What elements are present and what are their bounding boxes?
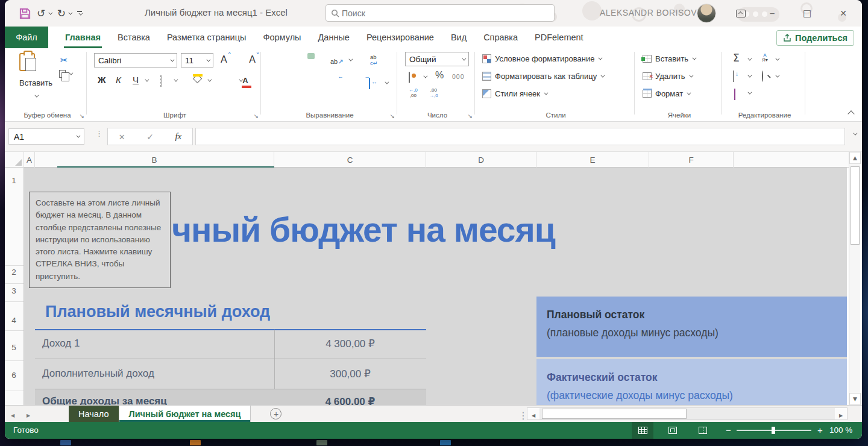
scroll-left-button[interactable] bbox=[527, 408, 539, 419]
tab-help[interactable]: Справка bbox=[475, 27, 526, 48]
orientation-button[interactable]: ab bbox=[330, 58, 343, 65]
vertical-scrollbar-thumb[interactable] bbox=[851, 166, 860, 245]
name-box[interactable]: A1 bbox=[8, 128, 84, 145]
dialog-launcher-icon[interactable] bbox=[468, 113, 473, 119]
select-all-button[interactable] bbox=[8, 152, 24, 168]
decrease-font-button[interactable]: A bbox=[249, 54, 256, 64]
merge-center-button[interactable] bbox=[369, 78, 370, 89]
cancel-entry-button[interactable] bbox=[119, 131, 125, 142]
column-header-a[interactable]: A bbox=[24, 152, 35, 168]
income-total-value[interactable]: 4 600,00 ₽ bbox=[274, 395, 426, 405]
formula-input[interactable] bbox=[195, 128, 845, 145]
chevron-down-icon[interactable] bbox=[747, 74, 752, 78]
scroll-right-button[interactable] bbox=[835, 408, 847, 419]
format-cells-button[interactable]: Формат bbox=[643, 89, 690, 98]
income-row-value[interactable]: 4 300,00 ₽ bbox=[274, 338, 426, 350]
align-middle-button[interactable] bbox=[288, 53, 295, 59]
normal-view-button[interactable] bbox=[632, 422, 653, 439]
chevron-down-icon[interactable] bbox=[207, 78, 212, 82]
font-color-button[interactable]: А bbox=[242, 76, 248, 87]
confirm-entry-button[interactable] bbox=[146, 131, 154, 142]
chevron-down-icon[interactable] bbox=[775, 57, 779, 61]
scroll-down-button[interactable] bbox=[849, 393, 861, 405]
sheet-tab-start[interactable]: Начало bbox=[69, 406, 119, 422]
bold-button[interactable]: Ж bbox=[98, 75, 106, 85]
clear-button[interactable] bbox=[734, 89, 735, 100]
align-center-button[interactable] bbox=[288, 76, 295, 82]
column-header-f[interactable]: F bbox=[649, 152, 734, 168]
taskbar-icon[interactable] bbox=[60, 440, 71, 445]
format-as-table-button[interactable]: Форматировать как таблицу bbox=[482, 72, 603, 81]
wrap-text-button[interactable] bbox=[370, 54, 378, 66]
column-header-b[interactable]: B bbox=[35, 152, 274, 168]
row-header-4[interactable]: 4 bbox=[5, 316, 23, 325]
sheet-tab-budget[interactable]: Личный бюджет на месяц bbox=[119, 406, 251, 422]
redo-button[interactable] bbox=[57, 7, 72, 19]
collapse-ribbon-button[interactable] bbox=[848, 110, 854, 117]
undo-button[interactable] bbox=[37, 7, 51, 19]
fill-button[interactable] bbox=[733, 71, 734, 82]
comma-style-button[interactable]: 000 bbox=[452, 73, 465, 80]
taskbar-icon[interactable] bbox=[440, 440, 451, 445]
cell-styles-button[interactable]: Стили ячеек bbox=[482, 89, 547, 98]
find-select-button[interactable] bbox=[762, 71, 763, 82]
tab-review[interactable]: Рецензирование bbox=[358, 27, 442, 48]
account-name[interactable]: ALEKSANDR BORISOV bbox=[600, 8, 697, 17]
new-sheet-button[interactable] bbox=[270, 408, 281, 419]
share-button[interactable]: Поделиться bbox=[776, 30, 854, 46]
drag-handle-icon[interactable] bbox=[95, 129, 103, 138]
tab-data[interactable]: Данные bbox=[310, 27, 358, 48]
horizontal-scrollbar-thumb[interactable] bbox=[542, 409, 687, 419]
align-bottom-button[interactable] bbox=[307, 53, 315, 59]
row-header-2[interactable]: 2 bbox=[5, 268, 23, 277]
page-layout-view-button[interactable] bbox=[662, 422, 684, 439]
chevron-down-icon[interactable] bbox=[174, 78, 178, 82]
zoom-in-button[interactable] bbox=[817, 425, 823, 435]
tab-page-layout[interactable]: Разметка страницы bbox=[159, 27, 255, 48]
row-header-1[interactable]: 1 bbox=[5, 176, 23, 185]
chevron-down-icon[interactable] bbox=[747, 57, 752, 61]
row-header-5[interactable]: 5 bbox=[5, 343, 23, 352]
expand-formula-bar-icon[interactable] bbox=[853, 131, 857, 136]
autosum-button[interactable]: Σ bbox=[733, 52, 740, 64]
tab-insert[interactable]: Вставка bbox=[109, 27, 159, 48]
decrease-decimal-button[interactable] bbox=[429, 88, 438, 99]
close-button[interactable] bbox=[834, 0, 852, 27]
tab-home[interactable]: Главная bbox=[57, 27, 109, 48]
align-right-button[interactable] bbox=[307, 76, 315, 82]
taskbar-icon[interactable] bbox=[316, 440, 327, 445]
horizontal-scrollbar[interactable] bbox=[527, 407, 848, 420]
chevron-down-icon[interactable] bbox=[775, 74, 779, 78]
chevron-down-icon[interactable] bbox=[145, 78, 149, 82]
minimize-button[interactable] bbox=[763, 0, 781, 27]
income-row-label[interactable]: Дополнительный доход bbox=[42, 368, 154, 380]
income-row-value[interactable]: 300,00 ₽ bbox=[274, 368, 426, 380]
delete-cells-button[interactable]: Удалить bbox=[643, 72, 692, 81]
italic-button[interactable]: К bbox=[116, 75, 121, 85]
maximize-button[interactable] bbox=[798, 0, 816, 27]
align-top-button[interactable] bbox=[269, 53, 276, 59]
actual-balance-card[interactable]: Фактический остаток (фактические доходы … bbox=[536, 359, 847, 405]
column-header-e[interactable]: E bbox=[536, 152, 649, 168]
tab-file[interactable]: Файл bbox=[5, 27, 48, 48]
tab-pdfelement[interactable]: PDFelement bbox=[526, 27, 592, 48]
dialog-launcher-icon[interactable] bbox=[390, 113, 395, 119]
page-break-view-button[interactable] bbox=[692, 422, 714, 439]
conditional-formatting-button[interactable]: Условное форматирование bbox=[482, 54, 601, 63]
planned-balance-card[interactable]: Плановый остаток (плановые доходы минус … bbox=[536, 297, 847, 357]
increase-decimal-button[interactable] bbox=[409, 88, 418, 99]
dialog-launcher-icon[interactable] bbox=[80, 113, 84, 119]
font-size-select[interactable]: 11 bbox=[181, 53, 213, 68]
row-header-3[interactable]: 3 bbox=[5, 286, 23, 295]
tab-formulas[interactable]: Формулы bbox=[254, 27, 309, 48]
income-row-label[interactable]: Доход 1 bbox=[42, 338, 80, 350]
income-total-label[interactable]: Общие доходы за месяц bbox=[42, 395, 167, 405]
zoom-out-button[interactable] bbox=[726, 425, 731, 435]
column-header-d[interactable]: D bbox=[426, 152, 536, 168]
cut-button[interactable] bbox=[60, 54, 68, 66]
chevron-down-icon[interactable] bbox=[423, 74, 427, 78]
avatar[interactable] bbox=[697, 4, 716, 23]
chevron-down-icon[interactable] bbox=[747, 90, 752, 95]
scroll-up-button[interactable] bbox=[849, 152, 861, 164]
chevron-down-icon[interactable] bbox=[348, 57, 353, 61]
